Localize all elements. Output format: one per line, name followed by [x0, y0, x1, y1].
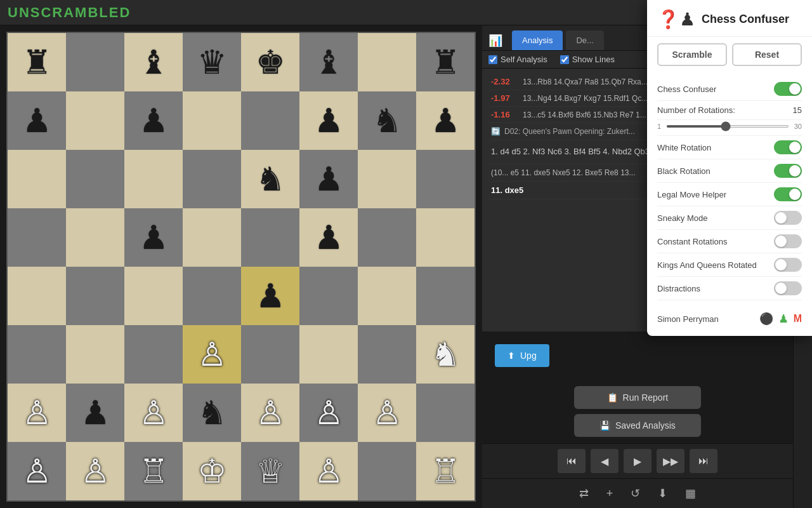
- show-lines-checkbox[interactable]: Show Lines: [560, 55, 615, 64]
- square-6-0[interactable]: ♙: [8, 384, 66, 442]
- nav-play-button[interactable]: ▶: [624, 449, 652, 473]
- nav-first-button[interactable]: ⏮: [558, 449, 586, 473]
- square-7-5[interactable]: ♙: [299, 442, 358, 500]
- square-3-5[interactable]: ♟: [299, 208, 358, 267]
- square-3-4[interactable]: [241, 208, 299, 267]
- square-0-2[interactable]: ♝: [124, 33, 183, 91]
- square-3-2[interactable]: ♟: [124, 208, 183, 267]
- nav-last-button[interactable]: ⏭: [690, 449, 717, 473]
- square-1-7[interactable]: ♟: [416, 91, 475, 150]
- square-1-1[interactable]: [66, 91, 124, 150]
- add-button[interactable]: +: [601, 485, 619, 503]
- square-2-5[interactable]: ♟: [299, 150, 358, 208]
- toggle-constant-rotations[interactable]: [774, 234, 802, 248]
- square-2-0[interactable]: [8, 150, 66, 208]
- reset-button[interactable]: Reset: [732, 43, 802, 66]
- toggle-legal-move-helper[interactable]: [774, 187, 802, 201]
- run-report-button[interactable]: 📋 Run Report: [574, 386, 701, 409]
- square-1-2[interactable]: ♟: [124, 91, 183, 150]
- download-button[interactable]: ⬇: [653, 484, 672, 503]
- square-2-6[interactable]: [358, 150, 416, 208]
- square-7-3[interactable]: ♔: [183, 442, 241, 500]
- refresh-button[interactable]: ↺: [625, 484, 645, 503]
- toggle-chess-confuser[interactable]: [774, 82, 802, 96]
- square-5-7[interactable]: ♞: [416, 325, 475, 384]
- square-4-0[interactable]: [8, 267, 66, 325]
- github-icon[interactable]: ⚫: [759, 312, 773, 326]
- square-0-4[interactable]: ♚: [241, 33, 299, 91]
- square-5-2[interactable]: [124, 325, 183, 384]
- square-3-3[interactable]: [183, 208, 241, 267]
- square-1-4[interactable]: [241, 91, 299, 150]
- square-5-1[interactable]: [66, 325, 124, 384]
- toggle-white-rotation[interactable]: [774, 140, 802, 154]
- square-1-0[interactable]: ♟: [8, 91, 66, 150]
- rotations-slider[interactable]: [666, 125, 789, 128]
- tab-analysis[interactable]: Analysis: [512, 30, 563, 50]
- square-7-1[interactable]: ♙: [66, 442, 124, 500]
- setting-legal-move-helper: Legal Move Helper: [657, 183, 802, 206]
- square-4-4[interactable]: ♟: [241, 267, 299, 325]
- square-2-1[interactable]: [66, 150, 124, 208]
- square-5-5[interactable]: [299, 325, 358, 384]
- nav-prev-button[interactable]: ◀: [591, 449, 619, 473]
- piece-white-7-4: ♕: [256, 455, 285, 488]
- square-7-7[interactable]: ♖: [416, 442, 475, 500]
- upgrade-button[interactable]: ⬆ Upg: [495, 344, 549, 367]
- square-4-1[interactable]: [66, 267, 124, 325]
- square-2-4[interactable]: ♞: [241, 150, 299, 208]
- square-4-7[interactable]: [416, 267, 475, 325]
- gmail-icon[interactable]: M: [794, 313, 802, 324]
- chess-author-icon[interactable]: ♟: [778, 312, 789, 326]
- square-1-5[interactable]: ♟: [299, 91, 358, 150]
- square-0-3[interactable]: ♛: [183, 33, 241, 91]
- square-4-5[interactable]: [299, 267, 358, 325]
- square-5-3[interactable]: ♙: [183, 325, 241, 384]
- square-7-4[interactable]: ♕: [241, 442, 299, 500]
- square-0-6[interactable]: [358, 33, 416, 91]
- chess-board[interactable]: ♜♝♛♚♝♜♟♟♟♞♟♞♟♟♟♟♙♞♙♟♙♞♙♙♙♙♙♖♔♕♙♖: [6, 32, 476, 502]
- square-7-2[interactable]: ♖: [124, 442, 183, 500]
- toggle-black-rotation[interactable]: [774, 164, 802, 178]
- square-4-6[interactable]: [358, 267, 416, 325]
- square-6-7[interactable]: [416, 384, 475, 442]
- saved-analysis-button[interactable]: 💾 Saved Analysis: [574, 414, 701, 437]
- square-6-1[interactable]: ♟: [66, 384, 124, 442]
- square-4-2[interactable]: [124, 267, 183, 325]
- piece-black-1-7: ♟: [431, 104, 461, 137]
- square-1-3[interactable]: [183, 91, 241, 150]
- square-7-0[interactable]: ♙: [8, 442, 66, 500]
- square-2-3[interactable]: [183, 150, 241, 208]
- setting-black-rotation: Black Rotation: [657, 159, 802, 183]
- square-2-7[interactable]: [416, 150, 475, 208]
- toggle-sneaky-mode[interactable]: [774, 211, 802, 225]
- square-3-0[interactable]: [8, 208, 66, 267]
- square-6-2[interactable]: ♙: [124, 384, 183, 442]
- square-4-3[interactable]: [183, 267, 241, 325]
- scramble-button[interactable]: Scramble: [657, 43, 727, 66]
- square-0-7[interactable]: ♜: [416, 33, 475, 91]
- square-0-1[interactable]: [66, 33, 124, 91]
- square-5-0[interactable]: [8, 325, 66, 384]
- nav-next-button[interactable]: ▶▶: [657, 449, 684, 473]
- square-6-6[interactable]: ♙: [358, 384, 416, 442]
- grid-button[interactable]: ▦: [680, 484, 701, 503]
- square-3-1[interactable]: [66, 208, 124, 267]
- square-6-3[interactable]: ♞: [183, 384, 241, 442]
- square-3-6[interactable]: [358, 208, 416, 267]
- square-6-4[interactable]: ♙: [241, 384, 299, 442]
- self-analysis-checkbox[interactable]: Self Analysis: [488, 55, 547, 64]
- flip-board-button[interactable]: ⇄: [574, 484, 594, 503]
- square-6-5[interactable]: ♙: [299, 384, 358, 442]
- square-1-6[interactable]: ♞: [358, 91, 416, 150]
- toggle-kings-queens[interactable]: [774, 258, 802, 272]
- toggle-distractions[interactable]: [774, 281, 802, 295]
- square-0-5[interactable]: ♝: [299, 33, 358, 91]
- square-2-2[interactable]: [124, 150, 183, 208]
- square-0-0[interactable]: ♜: [8, 33, 66, 91]
- square-5-4[interactable]: [241, 325, 299, 384]
- square-7-6[interactable]: [358, 442, 416, 500]
- tab-database[interactable]: De...: [566, 30, 603, 50]
- square-3-7[interactable]: [416, 208, 475, 267]
- square-5-6[interactable]: [358, 325, 416, 384]
